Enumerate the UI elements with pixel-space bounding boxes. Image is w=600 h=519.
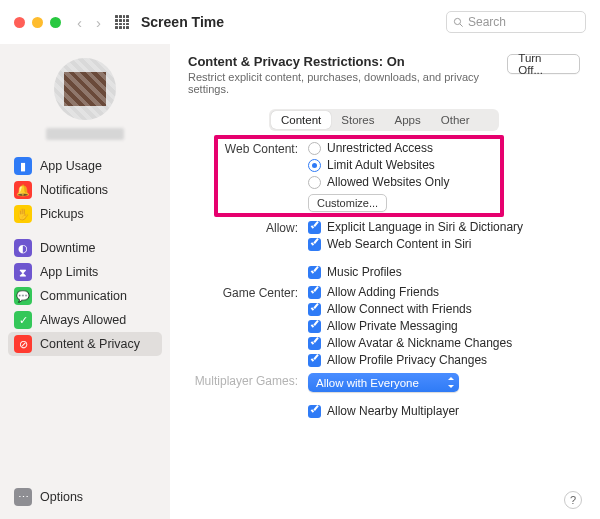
- check-profile-privacy[interactable]: Allow Profile Privacy Changes: [308, 353, 512, 367]
- sidebar-item-app-limits[interactable]: ⧗ App Limits: [8, 260, 162, 284]
- check-explicit-siri[interactable]: Explicit Language in Siri & Dictionary: [308, 220, 523, 234]
- check-web-search-siri[interactable]: Web Search Content in Siri: [308, 237, 523, 251]
- sidebar-item-label: Downtime: [40, 241, 96, 255]
- sidebar-item-label: Notifications: [40, 183, 108, 197]
- moon-icon: ◐: [14, 239, 32, 257]
- chat-icon: 💬: [14, 287, 32, 305]
- user-block[interactable]: [8, 58, 162, 140]
- radio-unrestricted[interactable]: Unrestricted Access: [308, 141, 450, 155]
- checkbox-icon: [308, 266, 321, 279]
- ellipsis-icon: ⋯: [14, 488, 32, 506]
- tab-content[interactable]: Content: [271, 111, 331, 129]
- avatar: [54, 58, 116, 120]
- customize-button[interactable]: Customize...: [308, 194, 387, 212]
- sidebar-item-label: Content & Privacy: [40, 337, 140, 351]
- bar-chart-icon: ▮: [14, 157, 32, 175]
- multiplayer-label: Multiplayer Games:: [188, 373, 308, 388]
- sidebar-item-label: Options: [40, 490, 83, 504]
- sidebar-item-label: Always Allowed: [40, 313, 126, 327]
- prefs-window: ‹ › Screen Time Search ▮ App Usage 🔔: [0, 0, 600, 519]
- content-pane: Content & Privacy Restrictions: On Restr…: [170, 44, 600, 519]
- back-button[interactable]: ‹: [77, 14, 82, 31]
- tab-stores[interactable]: Stores: [331, 111, 384, 129]
- checkbox-icon: [308, 286, 321, 299]
- check-private-msg[interactable]: Allow Private Messaging: [308, 319, 512, 333]
- radio-limit-adult[interactable]: Limit Adult Websites: [308, 158, 450, 172]
- window-controls: [14, 17, 61, 28]
- radio-icon: [308, 159, 321, 172]
- sidebar-item-label: Communication: [40, 289, 127, 303]
- sidebar-item-options[interactable]: ⋯ Options: [8, 485, 162, 509]
- user-name: [46, 128, 124, 140]
- checkbox-icon: [308, 303, 321, 316]
- tab-apps[interactable]: Apps: [385, 111, 431, 129]
- all-prefs-button[interactable]: [115, 15, 129, 29]
- pane-title: Screen Time: [141, 14, 224, 30]
- allow-label: Allow:: [188, 220, 308, 235]
- sidebar-item-downtime[interactable]: ◐ Downtime: [8, 236, 162, 260]
- sidebar-item-communication[interactable]: 💬 Communication: [8, 284, 162, 308]
- bell-icon: 🔔: [14, 181, 32, 199]
- web-content-label: Web Content:: [188, 141, 308, 156]
- checkbox-icon: [308, 337, 321, 350]
- radio-icon: [308, 142, 321, 155]
- search-input[interactable]: Search: [446, 11, 586, 33]
- svg-line-1: [460, 23, 463, 26]
- close-window-button[interactable]: [14, 17, 25, 28]
- forward-button[interactable]: ›: [96, 14, 101, 31]
- sidebar-item-notifications[interactable]: 🔔 Notifications: [8, 178, 162, 202]
- check-icon: ✓: [14, 311, 32, 329]
- checkbox-icon: [308, 221, 321, 234]
- game-center-label: Game Center:: [188, 285, 308, 300]
- pane-heading: Content & Privacy Restrictions: On: [188, 54, 495, 69]
- checkbox-icon: [308, 238, 321, 251]
- check-nearby-multiplayer[interactable]: Allow Nearby Multiplayer: [308, 404, 459, 418]
- checkbox-icon: [308, 405, 321, 418]
- check-avatar-nickname[interactable]: Allow Avatar & Nickname Changes: [308, 336, 512, 350]
- no-entry-icon: ⊘: [14, 335, 32, 353]
- sidebar-item-pickups[interactable]: ✋ Pickups: [8, 202, 162, 226]
- nav-arrows: ‹ ›: [77, 14, 101, 31]
- sidebar-item-content-privacy[interactable]: ⊘ Content & Privacy: [8, 332, 162, 356]
- svg-point-0: [454, 18, 460, 24]
- pane-subheading: Restrict explicit content, purchases, do…: [188, 71, 495, 95]
- radio-icon: [308, 176, 321, 189]
- zoom-window-button[interactable]: [50, 17, 61, 28]
- sidebar: ▮ App Usage 🔔 Notifications ✋ Pickups ◐ …: [0, 44, 170, 519]
- tab-other[interactable]: Other: [431, 111, 480, 129]
- sidebar-item-app-usage[interactable]: ▮ App Usage: [8, 154, 162, 178]
- radio-allowed-only[interactable]: Allowed Websites Only: [308, 175, 450, 189]
- check-music-profiles[interactable]: Music Profiles: [308, 265, 523, 279]
- search-icon: [453, 17, 464, 28]
- search-placeholder: Search: [468, 15, 506, 29]
- minimize-window-button[interactable]: [32, 17, 43, 28]
- checkbox-icon: [308, 354, 321, 367]
- hourglass-icon: ⧗: [14, 263, 32, 281]
- turn-off-button[interactable]: Turn Off...: [507, 54, 580, 74]
- help-button[interactable]: ?: [564, 491, 582, 509]
- checkbox-icon: [308, 320, 321, 333]
- sidebar-item-always-allowed[interactable]: ✓ Always Allowed: [8, 308, 162, 332]
- sidebar-item-label: Pickups: [40, 207, 84, 221]
- multiplayer-popup[interactable]: Allow with Everyone: [308, 373, 459, 392]
- tab-bar: Content Stores Apps Other: [269, 109, 499, 131]
- titlebar: ‹ › Screen Time Search: [0, 0, 600, 44]
- sidebar-item-label: App Limits: [40, 265, 98, 279]
- sidebar-item-label: App Usage: [40, 159, 102, 173]
- hand-icon: ✋: [14, 205, 32, 223]
- check-connect-friends[interactable]: Allow Connect with Friends: [308, 302, 512, 316]
- check-adding-friends[interactable]: Allow Adding Friends: [308, 285, 512, 299]
